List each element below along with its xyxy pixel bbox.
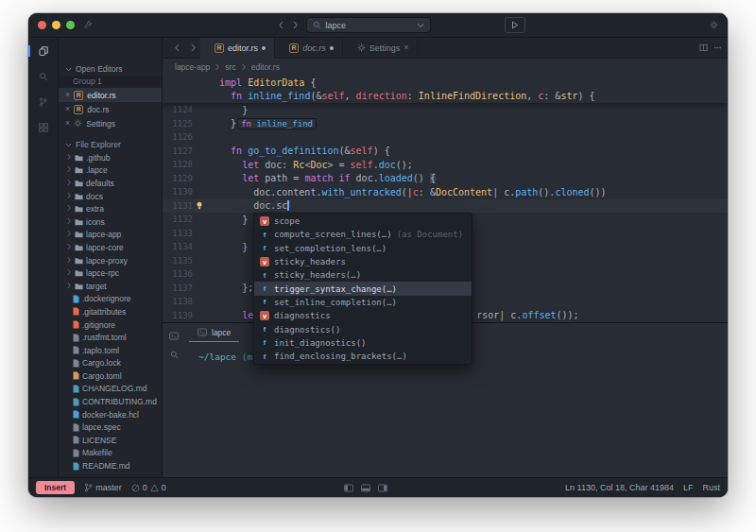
entry-label: extra [86,204,104,214]
terminal-icon [198,328,207,336]
tab-label: doc.rs [302,43,326,53]
command-palette[interactable]: lapce [306,17,431,33]
folder-item[interactable]: target [59,280,162,293]
global-search-icon[interactable] [39,72,48,83]
completion-item[interactable]: vdiagnostics [254,309,472,322]
completion-item[interactable]: vsticky_headers [254,255,472,268]
toggle-left-panel-icon[interactable] [344,484,353,492]
completion-item[interactable]: vscope [254,215,472,228]
file-item[interactable]: Cargo.toml [59,369,162,383]
completion-item[interactable]: fdiagnostics() [254,322,472,335]
file-icon [73,295,79,303]
chevron-right-icon [66,243,72,252]
file-item[interactable]: .gitignore [59,318,162,332]
file-explorer-icon[interactable] [39,46,48,58]
plugins-icon[interactable] [39,123,48,134]
folder-item[interactable]: extra [59,202,162,215]
problems-indicator[interactable]: 0 0 [131,483,166,492]
folder-item[interactable]: icons [59,215,162,229]
folder-item[interactable]: lapce-app [59,229,162,242]
source-control-icon[interactable] [39,97,47,109]
tabs-forward-icon[interactable] [190,43,197,52]
function-kind-icon: f [260,352,269,361]
file-item[interactable]: LICENSE [59,434,162,447]
chevron-down-icon [65,67,72,72]
editor-tab[interactable]: Settings× [343,38,419,59]
folder-item[interactable]: lapce-core [59,241,162,254]
completion-label: sticky_headers [274,257,346,266]
open-editor-item[interactable]: ×Reditor.rs [59,88,162,102]
editor-tab[interactable]: Rdoc.rs [275,38,343,59]
folder-icon [75,244,83,251]
file-item[interactable]: Makefile [59,447,162,460]
completion-item[interactable]: ftrigger_syntax_change(…) [254,282,472,295]
nav-back-icon[interactable] [278,21,284,29]
completion-item[interactable]: fset_completion_lens(…) [254,242,472,255]
file-item[interactable]: .taplo.toml [59,344,162,357]
close-icon[interactable]: × [65,105,70,113]
open-editor-item[interactable]: ×Settings [59,116,162,130]
palette-text: lapce [326,21,412,30]
title-bar: lapce [28,13,728,38]
terminal-tab[interactable]: lapce [189,323,239,342]
close-window-button[interactable] [38,21,46,29]
terminal-panel-icon[interactable] [169,332,179,340]
line-number: 1128 [163,160,193,169]
file-item[interactable]: lapce.spec [59,420,162,434]
completion-item[interactable]: ffind_enclosing_brackets(…) [254,350,472,363]
editor-tab[interactable]: Reditor.rs [200,38,275,59]
search-panel-icon[interactable] [170,351,179,359]
split-editor-icon[interactable] [699,43,708,52]
breadcrumb-item[interactable]: src [225,62,235,72]
cursor-position[interactable]: Ln 1130, Col 18, Char 41984 [565,483,674,492]
toggle-right-panel-icon[interactable] [378,484,387,492]
completion-item[interactable]: fsticky_headers(…) [254,268,472,282]
nav-forward-icon[interactable] [292,21,299,29]
code-line: 1130 doc.content.with_untracked(|c: &Doc… [163,185,728,199]
folder-item[interactable]: docs [59,190,162,203]
completion-item[interactable]: finit_diagnostics() [254,336,472,350]
run-button[interactable] [505,17,525,33]
file-icon [73,436,79,444]
line-ending[interactable]: LF [683,483,694,492]
file-item[interactable]: Cargo.lock [59,357,162,370]
completion-item[interactable]: fset_inline_completion(…) [254,296,472,309]
open-editor-item[interactable]: ×Rdoc.rs [59,102,162,116]
folder-item[interactable]: defaults [59,177,162,190]
file-item[interactable]: CHANGELOG.md [59,383,162,396]
file-item[interactable]: .gitattributes [59,305,162,318]
toggle-bottom-panel-icon[interactable] [361,484,370,492]
tabs-back-icon[interactable] [174,43,180,52]
completion-label: trigger_syntax_change(…) [274,284,397,294]
folder-item[interactable]: .lapce [59,164,162,178]
breadcrumb-item[interactable]: editor.rs [251,62,280,72]
editor-group-label[interactable]: Group 1 [59,76,162,88]
line-number: 1125 [163,119,193,129]
terminal-rail [163,323,185,477]
close-icon[interactable]: × [404,43,408,52]
folder-item[interactable]: lapce-proxy [59,254,162,267]
folder-item[interactable]: lapce-rpc [59,266,162,280]
completion-item[interactable]: fcompute_screen_lines(…) (as Document) [254,228,472,241]
close-icon[interactable]: × [65,119,70,128]
open-editors-header[interactable]: Open Editors [59,62,162,76]
file-explorer-header[interactable]: File Explorer [59,138,162,151]
close-icon[interactable]: × [65,91,70,99]
file-item[interactable]: .rustfmt.toml [59,331,162,344]
file-item[interactable]: .dockerignore [59,293,162,306]
file-item[interactable]: README.md [59,459,162,472]
file-item[interactable]: docker-bake.hcl [59,408,162,421]
language-mode[interactable]: Rust [702,483,720,492]
breadcrumb-item[interactable]: lapce-app [175,62,210,72]
line-number: 1137 [163,283,193,293]
code-text: fn go_to_definition(&self) { [206,146,390,156]
zoom-window-button[interactable] [66,21,75,29]
settings-icon[interactable] [710,21,718,29]
more-actions-icon[interactable] [713,43,722,52]
code-line: 1125 }fn inline_find [163,117,728,131]
branch-indicator[interactable]: master [84,483,122,492]
remote-icon[interactable] [84,21,93,29]
file-item[interactable]: CONTRIBUTING.md [59,395,162,408]
folder-item[interactable]: .github [59,151,162,164]
minimize-window-button[interactable] [52,21,60,29]
